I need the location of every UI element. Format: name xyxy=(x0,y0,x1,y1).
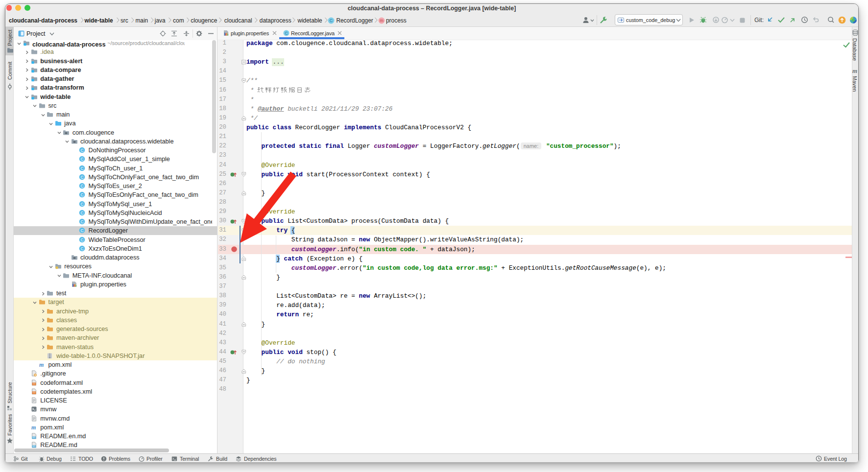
svg-text:C: C xyxy=(80,211,83,215)
svg-text:MD: MD xyxy=(32,436,36,439)
svg-text:C: C xyxy=(80,165,83,170)
svg-text:m: m xyxy=(380,18,384,23)
svg-text:C: C xyxy=(80,219,83,224)
svg-text:C: C xyxy=(285,31,288,36)
svg-text:<>: <> xyxy=(32,391,35,394)
svg-text:C: C xyxy=(80,192,83,197)
svg-text:C: C xyxy=(80,148,83,153)
svg-text:MD: MD xyxy=(32,446,36,448)
svg-text:C: C xyxy=(80,246,83,251)
svg-text:<>: <> xyxy=(32,382,35,385)
svg-text:m: m xyxy=(31,424,36,430)
svg-text:C: C xyxy=(80,157,83,162)
svg-text:C: C xyxy=(80,184,83,189)
svg-text:C: C xyxy=(80,175,83,180)
svg-text:m: m xyxy=(39,361,44,368)
svg-text:C: C xyxy=(330,18,333,23)
svg-text:C: C xyxy=(80,201,83,206)
svg-text:C: C xyxy=(80,237,83,242)
svg-text:C: C xyxy=(80,228,83,233)
